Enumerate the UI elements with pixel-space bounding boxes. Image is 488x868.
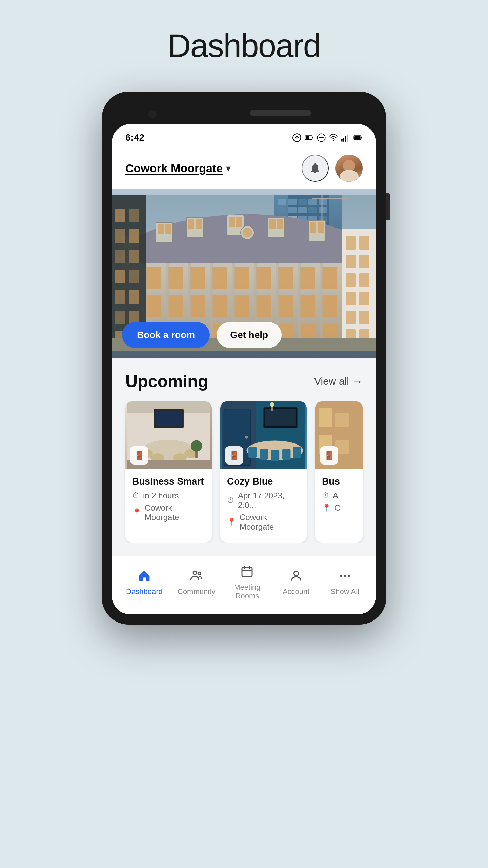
upcoming-card-1[interactable]: 🚪 Business Smart ⏱ in 2 hours 📍 Cowork M… <box>125 401 212 542</box>
nav-item-account[interactable]: Account <box>279 569 313 596</box>
location-icon-3: 📍 <box>322 504 331 512</box>
card-1-time: ⏱ in 2 hours <box>132 491 205 500</box>
upcoming-title: Upcoming <box>125 372 208 391</box>
svg-rect-77 <box>300 267 315 289</box>
svg-rect-160 <box>265 409 296 426</box>
svg-rect-60 <box>229 217 235 227</box>
user-avatar[interactable] <box>336 155 363 182</box>
svg-rect-72 <box>190 267 205 289</box>
svg-rect-21 <box>319 199 327 205</box>
card-1-title: Business Smart <box>132 476 205 487</box>
svg-rect-66 <box>310 222 316 233</box>
book-room-button[interactable]: Book a room <box>122 322 210 348</box>
card-3-time: ⏱ A <box>322 491 356 500</box>
nav-item-community[interactable]: Community <box>178 569 215 596</box>
location-icon-2: 📍 <box>227 518 236 527</box>
svg-rect-76 <box>278 267 293 289</box>
svg-point-181 <box>340 575 342 577</box>
card-2-time-text: Apr 17 2023, 2:0... <box>238 491 300 510</box>
card-2-time: ⏱ Apr 17 2023, 2:0... <box>227 491 300 510</box>
svg-rect-111 <box>115 209 125 222</box>
bottom-navigation: Dashboard Community <box>112 556 376 614</box>
svg-rect-25 <box>308 207 317 213</box>
svg-rect-10 <box>347 135 348 142</box>
svg-rect-55 <box>165 224 171 234</box>
nav-item-meeting-rooms[interactable]: Meeting Rooms <box>230 565 264 601</box>
chevron-down-icon[interactable]: ▾ <box>226 163 231 174</box>
svg-rect-73 <box>212 267 227 289</box>
svg-rect-118 <box>129 270 139 283</box>
clock-icon-3: ⏱ <box>322 491 329 500</box>
upcoming-cards-row: 🚪 Business Smart ⏱ in 2 hours 📍 Cowork M… <box>112 401 376 542</box>
svg-rect-128 <box>346 255 356 268</box>
card-1-location: 📍 Cowork Moorgate <box>132 503 205 522</box>
card-1-time-text: in 2 hours <box>143 491 179 500</box>
svg-rect-166 <box>293 447 301 458</box>
location-selector[interactable]: Cowork Moorgate ▾ <box>125 162 231 175</box>
svg-rect-115 <box>115 250 125 263</box>
card-2-location-text: Cowork Moorgate <box>240 513 300 532</box>
status-bar: 6:42 <box>112 124 376 148</box>
card-3-location: 📍 C <box>322 503 356 513</box>
svg-rect-119 <box>115 290 125 304</box>
get-help-button[interactable]: Get help <box>217 322 282 348</box>
svg-rect-130 <box>346 273 356 287</box>
svg-rect-82 <box>190 295 205 317</box>
svg-rect-131 <box>359 273 369 287</box>
app-header: Cowork Moorgate ▾ <box>112 148 376 189</box>
card-1-location-text: Cowork Moorgate <box>145 503 205 522</box>
upcoming-card-3[interactable]: 🚪 Bus ⏱ A 📍 C <box>315 401 363 542</box>
card-3-time-text: A <box>333 491 338 500</box>
status-time: 6:42 <box>125 132 144 143</box>
page-title: Dashboard <box>167 27 321 64</box>
svg-rect-86 <box>278 295 293 317</box>
svg-rect-120 <box>129 290 139 304</box>
nav-label-show-all: Show All <box>331 587 359 596</box>
view-all-button[interactable]: View all → <box>314 376 363 387</box>
card-2-door-icon: 🚪 <box>225 446 243 465</box>
svg-rect-58 <box>196 219 202 229</box>
card-1-body: Business Smart ⏱ in 2 hours 📍 Cowork Moo… <box>125 469 212 533</box>
location-name[interactable]: Cowork Moorgate <box>125 162 223 175</box>
svg-point-168 <box>270 402 274 407</box>
svg-rect-3 <box>306 136 309 139</box>
battery-icon <box>304 133 314 142</box>
notification-bell-button[interactable] <box>302 155 329 182</box>
location-icon-1: 📍 <box>132 508 141 517</box>
card-3-title: Bus <box>322 476 356 487</box>
svg-rect-12 <box>361 137 362 139</box>
svg-rect-162 <box>248 447 257 458</box>
svg-rect-164 <box>271 450 279 461</box>
svg-rect-88 <box>322 295 337 317</box>
nav-item-show-all[interactable]: Show All <box>328 569 362 596</box>
svg-rect-114 <box>129 229 139 243</box>
svg-rect-176 <box>242 567 252 576</box>
header-actions <box>302 155 363 182</box>
svg-rect-57 <box>188 219 194 229</box>
svg-rect-26 <box>319 207 327 213</box>
svg-rect-87 <box>300 295 315 317</box>
svg-rect-8 <box>343 138 344 142</box>
upcoming-section-header: Upcoming View all → <box>112 372 376 401</box>
svg-point-158 <box>245 436 248 439</box>
clock-icon-2: ⏱ <box>227 496 235 505</box>
svg-rect-61 <box>236 217 242 227</box>
hero-buttons: Book a room Get help <box>122 322 282 348</box>
earpiece-speaker <box>250 110 311 116</box>
home-icon <box>138 569 151 585</box>
svg-rect-171 <box>336 413 349 427</box>
card-2-body: Cozy Blue ⏱ Apr 17 2023, 2:0... 📍 Cowork… <box>220 469 307 542</box>
nav-label-meeting-rooms: Meeting Rooms <box>234 583 260 601</box>
upcoming-card-2[interactable]: 🚪 Cozy Blue ⏱ Apr 17 2023, 2:0... 📍 Cowo… <box>220 401 307 542</box>
svg-rect-81 <box>168 295 183 317</box>
svg-rect-83 <box>212 295 227 317</box>
nav-item-dashboard[interactable]: Dashboard <box>126 569 163 596</box>
svg-rect-116 <box>129 250 139 263</box>
svg-rect-145 <box>156 411 182 426</box>
phone-frame: 6:42 <box>102 92 386 625</box>
svg-rect-9 <box>345 136 346 141</box>
svg-rect-78 <box>322 267 337 289</box>
main-content: Upcoming View all → <box>112 358 376 614</box>
svg-rect-134 <box>346 311 356 324</box>
svg-rect-7 <box>341 139 343 142</box>
